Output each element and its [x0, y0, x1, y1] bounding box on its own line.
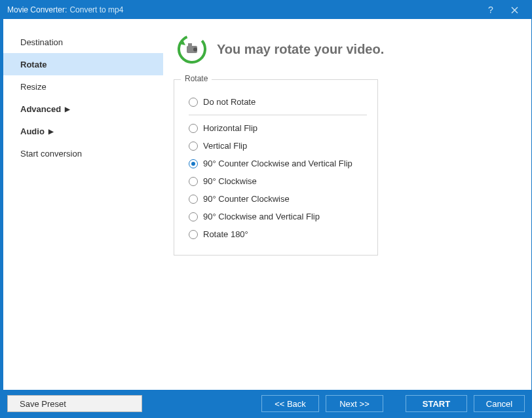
rotate-option-label: Vertical Flip [203, 141, 247, 151]
rotate-radio[interactable] [189, 230, 198, 239]
divider [189, 115, 367, 115]
rotate-option[interactable]: Horizontal Flip [189, 119, 367, 137]
sidebar-item-label: Advanced [20, 104, 61, 114]
sidebar-item-resize[interactable]: Resize [3, 75, 163, 98]
start-button[interactable]: START [406, 395, 467, 412]
rotate-option[interactable]: Do not Rotate [189, 93, 367, 111]
rotate-radio[interactable] [189, 212, 198, 221]
titlebar: Movie Converter: Convert to mp4 ? [1, 1, 531, 19]
rotate-option[interactable]: 90° Clockwise [189, 172, 367, 190]
sidebar-item-label: Audio [20, 126, 45, 136]
rotate-option-label: 90° Clockwise [203, 176, 257, 186]
sidebar-item-label: Destination [20, 37, 63, 47]
sidebar-item-label: Resize [20, 82, 47, 92]
rotate-option-label: Horizontal Flip [203, 123, 257, 133]
next-button[interactable]: Next >> [326, 395, 383, 412]
sidebar-item-label: Start conversion [20, 149, 82, 159]
sidebar-item-advanced[interactable]: Advanced▶ [3, 98, 163, 120]
sidebar-item-start-conversion[interactable]: Start conversion [3, 142, 163, 164]
rotate-option-label: Rotate 180° [203, 229, 248, 239]
rotate-option-label: 90° Counter Clockwise and Vertical Flip [203, 159, 352, 168]
rotate-radio[interactable] [189, 98, 198, 107]
rotate-radio[interactable] [189, 142, 198, 151]
rotate-radio[interactable] [189, 159, 198, 168]
rotate-icon [178, 35, 206, 64]
rotate-option[interactable]: 90° Counter Clockwise [189, 190, 367, 208]
sidebar-item-label: Rotate [20, 60, 47, 69]
rotate-radio[interactable] [189, 124, 198, 133]
group-legend: Rotate [181, 74, 212, 83]
chevron-right-icon: ▶ [65, 105, 70, 113]
rotate-option-label: 90° Counter Clockwise [203, 194, 290, 204]
svg-point-3 [193, 48, 197, 52]
rotate-option-label: Do not Rotate [203, 97, 256, 107]
rotate-option[interactable]: 90° Counter Clockwise and Vertical Flip [189, 155, 367, 172]
rotate-radio[interactable] [189, 177, 198, 186]
footer: Save Preset << Back Next >> START Cancel [1, 390, 531, 417]
rotate-option[interactable]: Rotate 180° [189, 225, 367, 243]
titlebar-subtitle: Convert to mp4 [69, 5, 123, 14]
rotate-radio[interactable] [189, 195, 198, 204]
sidebar-item-destination[interactable]: Destination [3, 31, 163, 53]
save-preset-button[interactable]: Save Preset [7, 395, 142, 412]
svg-rect-4 [188, 43, 192, 46]
sidebar-item-rotate[interactable]: Rotate [1, 53, 163, 75]
help-icon[interactable]: ? [479, 1, 503, 19]
rotate-option-label: 90° Clockwise and Vertical Flip [203, 212, 320, 221]
titlebar-app: Movie Converter: [7, 5, 67, 14]
rotate-group: Rotate Do not RotateHorizontal FlipVerti… [174, 79, 378, 256]
sidebar: DestinationRotateResizeAdvanced▶Audio▶St… [1, 19, 163, 390]
sidebar-item-audio[interactable]: Audio▶ [3, 120, 163, 142]
page-title: You may rotate your video. [217, 42, 384, 57]
rotate-option[interactable]: 90° Clockwise and Vertical Flip [189, 208, 367, 225]
cancel-button[interactable]: Cancel [474, 395, 525, 412]
back-button[interactable]: << Back [261, 395, 319, 412]
close-icon[interactable] [503, 1, 526, 19]
main-panel: You may rotate your video. Rotate Do not… [163, 19, 531, 390]
chevron-right-icon: ▶ [48, 128, 54, 135]
rotate-option[interactable]: Vertical Flip [189, 137, 367, 155]
